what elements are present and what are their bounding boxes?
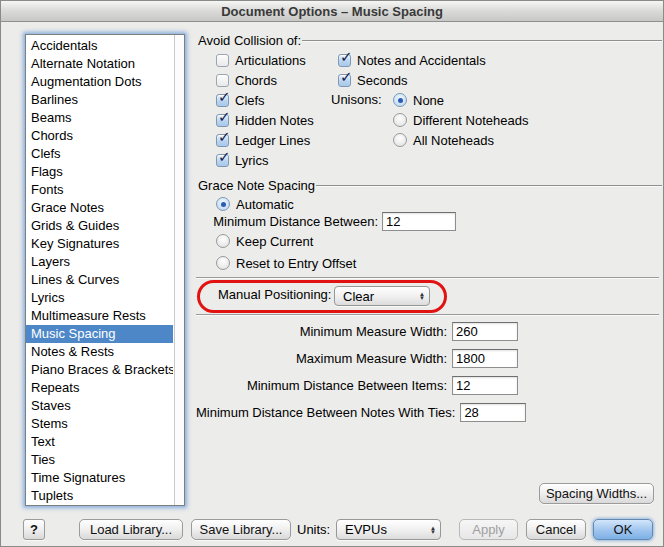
maximum-measure-width-label: Maximum Measure Width: xyxy=(196,351,447,366)
maximum-measure-width-field[interactable] xyxy=(452,349,518,368)
notes-accidentals-label: Notes and Accidentals xyxy=(357,53,486,68)
clefs-checkbox[interactable] xyxy=(216,94,229,107)
ledger-lines-label: Ledger Lines xyxy=(235,133,310,148)
sidebar-item-augmentation-dots[interactable]: Augmentation Dots xyxy=(26,73,173,91)
notes-accidentals-checkbox[interactable] xyxy=(338,54,351,67)
sidebar-item-clefs[interactable]: Clefs xyxy=(26,145,173,163)
header-rule xyxy=(316,185,662,187)
unisons-different-radio[interactable] xyxy=(393,113,407,127)
apply-button[interactable]: Apply xyxy=(459,519,518,540)
lyrics-checkbox[interactable] xyxy=(216,154,229,167)
sidebar-item-text[interactable]: Text xyxy=(26,433,173,451)
chords-checkbox[interactable] xyxy=(216,74,229,87)
spacing-widths-button[interactable]: Spacing Widths... xyxy=(539,483,654,504)
cancel-button[interactable]: Cancel xyxy=(526,519,586,540)
radio-grace-reset-entry-offset[interactable]: Reset to Entry Offset xyxy=(216,253,356,273)
unisons-none-radio[interactable] xyxy=(393,93,407,107)
min-distance-items-label: Minimum Distance Between Items: xyxy=(196,378,447,393)
sidebar-item-accidentals[interactable]: Accidentals xyxy=(26,37,173,55)
sidebar-item-time-signatures[interactable]: Time Signatures xyxy=(26,469,173,487)
category-list: Accidentals Alternate Notation Augmentat… xyxy=(25,34,185,506)
popup-arrows-icon xyxy=(419,292,425,300)
grace-automatic-radio[interactable] xyxy=(216,197,230,211)
manual-positioning-popup[interactable]: Clear xyxy=(334,286,430,306)
unisons-all-radio[interactable] xyxy=(393,133,407,147)
sidebar-scrollbar[interactable] xyxy=(174,35,184,505)
avoid-collision-label: Avoid Collision of: xyxy=(198,33,301,48)
sidebar-item-flags[interactable]: Flags xyxy=(26,163,173,181)
sidebar-item-staves[interactable]: Staves xyxy=(26,397,173,415)
avoid-collision-header: Avoid Collision of: xyxy=(198,32,662,48)
min-distance-ties-label: Minimum Distance Between Notes With Ties… xyxy=(196,405,455,420)
checkbox-hidden-notes[interactable]: Hidden Notes xyxy=(216,110,314,130)
unisons-none-label: None xyxy=(413,93,444,108)
grace-keep-current-radio[interactable] xyxy=(216,234,230,248)
units-label: Units: xyxy=(297,519,330,540)
minimum-measure-width-row: Minimum Measure Width: xyxy=(196,321,518,341)
radio-unisons-different-noteheads[interactable]: Different Noteheads xyxy=(393,110,528,130)
radio-grace-keep-current[interactable]: Keep Current xyxy=(216,231,313,251)
grace-reset-radio[interactable] xyxy=(216,256,230,270)
unisons-label: Unisons: xyxy=(331,90,382,110)
sidebar-item-repeats[interactable]: Repeats xyxy=(26,379,173,397)
checkbox-notes-and-accidentals[interactable]: Notes and Accidentals xyxy=(338,50,486,70)
articulations-checkbox[interactable] xyxy=(216,54,229,67)
checkbox-lyrics[interactable]: Lyrics xyxy=(216,150,268,170)
popup-arrows-icon xyxy=(430,526,436,534)
min-distance-items-row: Minimum Distance Between Items: xyxy=(196,375,518,395)
divider xyxy=(196,277,659,279)
clefs-label: Clefs xyxy=(235,93,265,108)
sidebar-item-beams[interactable]: Beams xyxy=(26,109,173,127)
sidebar-item-lyrics[interactable]: Lyrics xyxy=(26,289,173,307)
ledger-lines-checkbox[interactable] xyxy=(216,134,229,147)
sidebar-item-ties[interactable]: Ties xyxy=(26,451,173,469)
checkbox-seconds[interactable]: Seconds xyxy=(338,70,408,90)
minimum-measure-width-field[interactable] xyxy=(452,322,518,341)
sidebar-item-piano-braces-brackets[interactable]: Piano Braces & Brackets xyxy=(26,361,173,379)
help-button[interactable]: ? xyxy=(23,519,45,540)
grace-keep-current-label: Keep Current xyxy=(236,234,313,249)
sidebar-item-fonts[interactable]: Fonts xyxy=(26,181,173,199)
window-title: Document Options – Music Spacing xyxy=(221,4,443,19)
radio-unisons-all-noteheads[interactable]: All Noteheads xyxy=(393,130,494,150)
sidebar-item-layers[interactable]: Layers xyxy=(26,253,173,271)
sidebar-item-music-spacing[interactable]: Music Spacing xyxy=(26,325,173,343)
radio-unisons-none[interactable]: None xyxy=(393,90,444,110)
hidden-notes-checkbox[interactable] xyxy=(216,114,229,127)
maximum-measure-width-row: Maximum Measure Width: xyxy=(196,348,518,368)
checkbox-articulations[interactable]: Articulations xyxy=(216,50,306,70)
radio-grace-automatic[interactable]: Automatic xyxy=(216,194,294,214)
sidebar-item-alternate-notation[interactable]: Alternate Notation xyxy=(26,55,173,73)
sidebar-item-key-signatures[interactable]: Key Signatures xyxy=(26,235,173,253)
save-library-button[interactable]: Save Library... xyxy=(191,519,291,540)
sidebar-item-chords[interactable]: Chords xyxy=(26,127,173,145)
min-distance-ties-field[interactable] xyxy=(460,403,526,422)
sidebar-item-stems[interactable]: Stems xyxy=(26,415,173,433)
manual-positioning-value: Clear xyxy=(343,289,413,304)
category-list-items: Accidentals Alternate Notation Augmentat… xyxy=(26,35,184,505)
sidebar-item-grids-guides[interactable]: Grids & Guides xyxy=(26,217,173,235)
grace-reset-label: Reset to Entry Offset xyxy=(236,256,356,271)
seconds-checkbox[interactable] xyxy=(338,74,351,87)
sidebar-item-notes-rests[interactable]: Notes & Rests xyxy=(26,343,173,361)
min-distance-items-field[interactable] xyxy=(452,376,518,395)
grace-note-spacing-header: Grace Note Spacing xyxy=(198,177,662,193)
sidebar-item-barlines[interactable]: Barlines xyxy=(26,91,173,109)
hidden-notes-label: Hidden Notes xyxy=(235,113,314,128)
grace-automatic-label: Automatic xyxy=(236,197,294,212)
min-distance-between-label: Minimum Distance Between: xyxy=(204,212,378,232)
sidebar-item-tuplets[interactable]: Tuplets xyxy=(26,487,173,505)
grace-note-spacing-label: Grace Note Spacing xyxy=(198,178,315,193)
sidebar-item-multimeasure-rests[interactable]: Multimeasure Rests xyxy=(26,307,173,325)
ok-button[interactable]: OK xyxy=(593,519,653,540)
units-popup[interactable]: EVPUs xyxy=(336,519,441,540)
lyrics-label: Lyrics xyxy=(235,153,268,168)
sidebar-item-grace-notes[interactable]: Grace Notes xyxy=(26,199,173,217)
load-library-button[interactable]: Load Library... xyxy=(79,519,183,540)
unisons-different-label: Different Noteheads xyxy=(413,113,528,128)
min-distance-between-field[interactable] xyxy=(382,212,456,231)
manual-positioning-label: Manual Positioning: xyxy=(218,285,331,305)
title-bar: Document Options – Music Spacing xyxy=(1,1,663,22)
sidebar-item-lines-curves[interactable]: Lines & Curves xyxy=(26,271,173,289)
divider xyxy=(196,314,659,316)
